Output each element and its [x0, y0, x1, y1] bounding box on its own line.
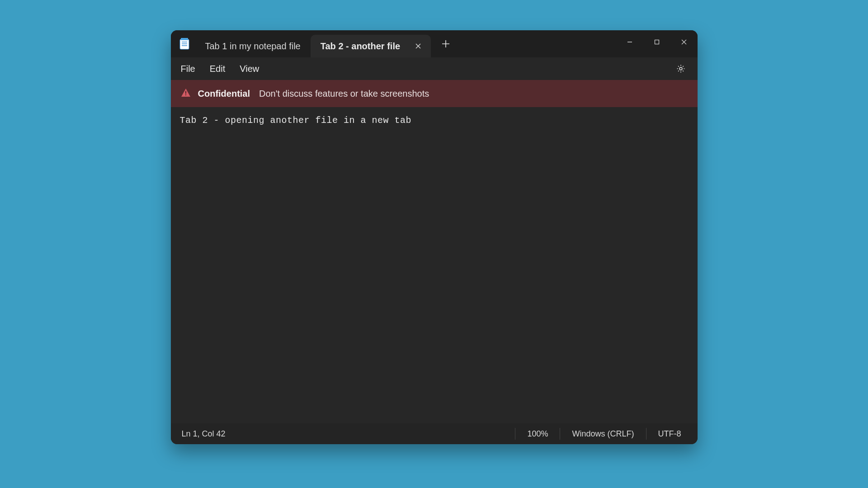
menubar: File Edit View — [171, 57, 698, 80]
statusbar: Ln 1, Col 42 100% Windows (CRLF) UTF-8 — [171, 423, 698, 444]
close-window-button[interactable] — [670, 33, 698, 51]
titlebar-drag-area[interactable] — [457, 30, 616, 57]
confidential-banner: Confidential Don't discuss features or t… — [171, 80, 698, 107]
text-editor[interactable]: Tab 2 - opening another file in a new ta… — [171, 107, 698, 423]
status-zoom[interactable]: 100% — [515, 428, 560, 440]
banner-message: Don't discuss features or take screensho… — [259, 89, 429, 99]
close-tab-icon[interactable] — [412, 40, 425, 52]
settings-button[interactable] — [671, 59, 690, 78]
menu-view[interactable]: View — [232, 61, 266, 77]
svg-point-14 — [679, 67, 682, 70]
maximize-button[interactable] — [643, 33, 670, 51]
notepad-app-icon — [175, 30, 193, 57]
tab-1[interactable]: Tab 1 in my notepad file — [195, 35, 311, 57]
menu-edit[interactable]: Edit — [203, 61, 232, 77]
svg-rect-16 — [185, 94, 186, 95]
status-encoding[interactable]: UTF-8 — [646, 428, 693, 440]
svg-rect-15 — [185, 91, 186, 94]
menu-file[interactable]: File — [174, 61, 203, 77]
status-line-ending[interactable]: Windows (CRLF) — [560, 428, 646, 440]
tab-label: Tab 2 - another file — [321, 41, 400, 52]
status-cursor-position: Ln 1, Col 42 — [182, 428, 237, 440]
svg-rect-5 — [181, 38, 188, 40]
tab-label: Tab 1 in my notepad file — [205, 41, 301, 52]
banner-title: Confidential — [198, 89, 250, 99]
svg-rect-0 — [180, 39, 189, 49]
new-tab-button[interactable] — [434, 30, 457, 57]
warning-icon — [181, 88, 191, 99]
svg-rect-11 — [655, 40, 659, 44]
tab-2[interactable]: Tab 2 - another file — [311, 35, 431, 57]
minimize-button[interactable] — [616, 33, 643, 51]
window-controls — [616, 30, 698, 57]
titlebar: Tab 1 in my notepad file Tab 2 - another… — [171, 30, 698, 57]
editor-content: Tab 2 - opening another file in a new ta… — [180, 115, 412, 126]
notepad-window: Tab 1 in my notepad file Tab 2 - another… — [171, 30, 698, 444]
tab-strip: Tab 1 in my notepad file Tab 2 - another… — [195, 30, 431, 57]
